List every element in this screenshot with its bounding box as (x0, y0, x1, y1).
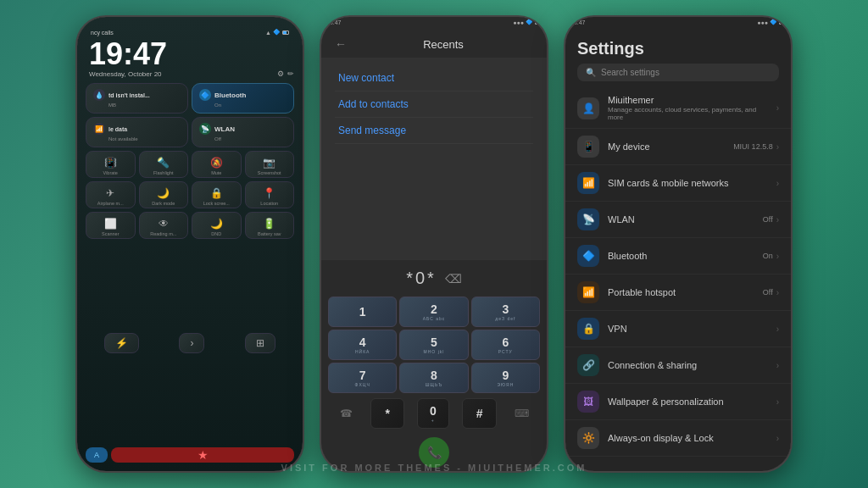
bluetooth-sub: On (214, 103, 287, 108)
icon-buttons-row1: 📳 Vibrate 🔦 Flashlight 🔕 Mute 📷 Screensh… (86, 151, 294, 178)
data-sub: Not available (108, 136, 181, 141)
vibrate-btn[interactable]: 📳 Vibrate (86, 151, 136, 178)
bolt-btn[interactable]: ⚡ (104, 333, 139, 353)
phone-settings: 19:47 ●●● 🔷 Settings 🔍 Search settings (564, 15, 793, 473)
screen2-btn[interactable]: ⊞ (245, 333, 275, 353)
settings-item-miuithemer[interactable]: 👤 Miuithemer Manage accounts, cloud serv… (565, 88, 791, 129)
key-7[interactable]: 7 ФХЦЧ (328, 363, 397, 393)
bluetooth-label: Bluetooth (214, 92, 246, 99)
miuithemer-sub: Manage accounts, cloud services, payment… (608, 106, 768, 121)
key-star[interactable]: * (370, 398, 403, 429)
keyboard-btn[interactable]: A (86, 447, 108, 463)
settings-item-hotspot[interactable]: 📶 Portable hotspot Off › (565, 274, 791, 311)
data-icon: 📶 (93, 123, 105, 135)
delete-btn[interactable]: ⌫ (445, 272, 462, 286)
settings-item-alwayson[interactable]: 🔆 Always-on display & Lock › (565, 420, 791, 457)
lockscr-btn[interactable]: 🔒 Lock scree... (192, 181, 242, 208)
batterysav-btn[interactable]: 🔋 Battery sav (245, 212, 295, 239)
more-icon: › (190, 337, 193, 349)
edit-icon[interactable]: ✏ (287, 69, 294, 78)
voicemail-btn[interactable]: ☎ (334, 402, 358, 425)
settings-item-wlan[interactable]: 📡 WLAN Off › (565, 202, 791, 238)
alwayson-content: Always-on display & Lock (608, 433, 768, 443)
wlan-sub: Off (214, 136, 287, 141)
lockscr-label: Lock scree... (203, 201, 230, 206)
new-contact-btn[interactable]: New contact (335, 65, 533, 92)
status-bar-3: 19:47 ●●● 🔷 (565, 17, 791, 27)
key-1[interactable]: 1 (328, 297, 397, 327)
dnd-btn[interactable]: 🌙 DND (192, 212, 242, 239)
settings-item-vpn[interactable]: 🔒 VPN › (565, 311, 791, 347)
key-5[interactable]: 5 МНО jkl (399, 330, 468, 360)
bluetooth-settings-icon: 🔷 (577, 245, 599, 267)
mydevice-name: My device (608, 141, 725, 152)
data-label: le data (108, 126, 127, 132)
settings-item-mydevice[interactable]: 📱 My device MIUI 12.5.8 › (565, 129, 791, 165)
key-7-main: 7 (359, 369, 366, 381)
settings-icon[interactable]: ⚙ (277, 69, 284, 78)
battery-3-icon (779, 20, 786, 25)
flashlight-btn[interactable]: 🔦 Flashlight (139, 151, 189, 178)
data-tile[interactable]: 📶 le data Not available (86, 117, 188, 147)
airplane-btn[interactable]: ✈ Airplane m... (86, 181, 136, 208)
sim-icon: 📶 (577, 172, 599, 194)
search-icon: 🔍 (586, 68, 596, 77)
key-6[interactable]: 6 РСТУ (471, 330, 540, 360)
key-9[interactable]: 9 ЭЮЯН (471, 363, 540, 393)
add-to-contacts-btn[interactable]: Add to contacts (335, 92, 533, 118)
settings-search-bar[interactable]: 🔍 Search settings (577, 64, 779, 81)
key-3[interactable]: 3 деЗ def (471, 297, 540, 327)
key-2[interactable]: 2 АБС abc (399, 297, 468, 327)
darkmode-btn[interactable]: 🌙 Dark mode (139, 181, 189, 208)
airplane-label: Airplane m... (97, 201, 124, 206)
send-message-btn[interactable]: Send message (335, 118, 533, 144)
more-btn[interactable]: › (179, 333, 204, 353)
key-4[interactable]: 4 НЙКА (328, 330, 397, 360)
scanner-btn[interactable]: ⬜ Scanner (86, 212, 136, 239)
icon-buttons-row3: ⬜ Scanner 👁 Reading m... 🌙 DND 🔋 Battery… (86, 212, 294, 239)
bluetooth-tile[interactable]: 🔷 Bluetooth On (192, 83, 294, 114)
key-8[interactable]: 8 ШЩЬЪ (399, 363, 468, 393)
dtmf-icon: ⌨ (515, 408, 529, 419)
wlan-settings-name: WLAN (608, 214, 754, 225)
mute-btn[interactable]: 🔕 Mute (192, 151, 242, 178)
wlan-label: WLAN (214, 125, 235, 133)
wallpaper-right: › (776, 397, 779, 407)
settings-title: Settings (577, 39, 779, 58)
phone-lockscreen: ncy calls ▲ 🔷 19:47 Wednesday, October 2… (75, 15, 304, 473)
key-2-main: 2 (431, 303, 437, 315)
vpn-right: › (776, 324, 779, 334)
reading-btn[interactable]: 👁 Reading m... (139, 212, 189, 239)
wlan-content: WLAN (608, 214, 754, 225)
connection-name: Connection & sharing (608, 360, 768, 370)
settings-item-sim[interactable]: 📶 SIM cards & mobile networks › (565, 165, 791, 202)
emergency-btn[interactable]: ★ (111, 447, 294, 463)
key-hash[interactable]: # (462, 398, 498, 429)
screenshot-btn[interactable]: 📷 Screenshot (245, 151, 295, 178)
settings-item-connection[interactable]: 🔗 Connection & sharing › (565, 347, 791, 384)
back-button[interactable]: ← (335, 37, 347, 51)
key-6-sub: РСТУ (498, 349, 513, 354)
key-4-main: 4 (359, 336, 366, 348)
mydevice-value: MIUI 12.5.8 (733, 142, 773, 151)
wallpaper-icon: 🖼 (577, 391, 599, 413)
battery-icon (282, 30, 289, 35)
hotspot-content: Portable hotspot (608, 287, 754, 297)
darkmode-icon: 🌙 (157, 187, 170, 199)
key-0[interactable]: 0 + (417, 398, 449, 429)
dtmf-btn[interactable]: ⌨ (509, 402, 533, 425)
mobile-tile[interactable]: 💧 td isn't instal... MB (86, 83, 188, 114)
recents-header: ← Recents (321, 27, 547, 58)
dnd-icon: 🌙 (210, 218, 223, 230)
wlan-tile[interactable]: 📡 WLAN Off (192, 117, 294, 147)
batterysav-label: Battery sav (258, 231, 281, 236)
phone-recents: 19:47 ●●● 🔷 ← Recents New contact Add to… (320, 15, 548, 473)
settings-item-wallpaper[interactable]: 🖼 Wallpaper & personalization › (565, 384, 791, 420)
wifi-3-icon: 🔷 (770, 19, 777, 25)
extra-row: ⚡ › ⊞ (86, 333, 294, 353)
scanner-icon: ⬜ (104, 218, 117, 230)
location-btn[interactable]: 📍 Location (245, 181, 295, 208)
settings-item-bluetooth[interactable]: 🔷 Bluetooth On › (565, 238, 791, 274)
dialer-keypad: 1 2 АБС abc 3 деЗ def 4 НЙКА 5 МНО jkl (321, 297, 547, 393)
miuithemer-name: Miuithemer (608, 95, 768, 105)
